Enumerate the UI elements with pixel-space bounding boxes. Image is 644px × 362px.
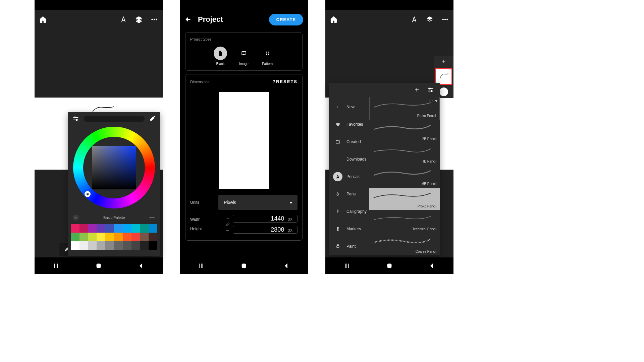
palette-swatch[interactable] xyxy=(123,241,131,250)
add-palette-button[interactable]: + xyxy=(73,215,79,221)
palette-swatch[interactable] xyxy=(123,224,131,233)
palette-swatch[interactable] xyxy=(123,233,131,241)
canvas-area[interactable] xyxy=(35,29,163,98)
palette-swatch[interactable] xyxy=(88,224,97,233)
palette-swatch[interactable] xyxy=(140,241,149,250)
brush-coarse-pencil[interactable]: Coarse Pencil xyxy=(369,233,440,255)
svg-rect-6 xyxy=(97,264,100,268)
background-layer[interactable] xyxy=(439,87,448,96)
palette-swatch[interactable] xyxy=(71,233,79,241)
project-type-blank[interactable]: Blank xyxy=(214,47,227,66)
add-layer-button[interactable]: + xyxy=(442,58,446,65)
palette-swatch[interactable] xyxy=(88,241,97,250)
palette-swatch[interactable] xyxy=(97,224,105,233)
back-icon[interactable] xyxy=(428,262,436,269)
recents-icon[interactable] xyxy=(52,262,60,269)
home-nav-icon[interactable] xyxy=(240,262,248,269)
wheel-cursor[interactable]: ✱ xyxy=(85,191,91,197)
chevron-down-icon: ▾ xyxy=(290,200,292,205)
palette-swatch[interactable] xyxy=(79,241,88,250)
brush-technical-pencil[interactable]: Technical Pencil xyxy=(369,210,440,233)
layers-icon[interactable] xyxy=(426,16,433,23)
palette-swatch[interactable] xyxy=(149,233,157,241)
precision-icon[interactable] xyxy=(120,16,127,23)
cat-paint[interactable]: Paint xyxy=(329,238,369,255)
palette-swatch[interactable] xyxy=(88,233,97,241)
palette-swatch[interactable] xyxy=(97,233,105,241)
palette-swatch[interactable] xyxy=(140,233,149,241)
home-nav-icon[interactable] xyxy=(386,262,393,269)
app-bar: Project CREATE xyxy=(180,10,308,29)
palette-swatch[interactable] xyxy=(140,224,149,233)
home-icon[interactable] xyxy=(39,16,47,23)
palette-swatch[interactable] xyxy=(105,241,114,250)
home-nav-icon[interactable] xyxy=(95,262,102,269)
more-icon[interactable] xyxy=(441,16,449,23)
cat-pencils[interactable]: Pencils xyxy=(329,168,369,185)
sliders-icon[interactable] xyxy=(72,115,79,122)
width-field[interactable]: 1440 px xyxy=(233,215,298,223)
add-brush-button[interactable]: + xyxy=(415,85,419,94)
more-icon[interactable] xyxy=(151,16,158,23)
presets-button[interactable]: PRESETS xyxy=(272,79,298,84)
brush-2b-pencil[interactable]: 2B Pencil xyxy=(369,120,440,142)
palette-swatch[interactable] xyxy=(131,241,140,250)
svg-point-14 xyxy=(268,52,269,53)
palette-swatch[interactable] xyxy=(149,224,157,233)
palette-swatch[interactable] xyxy=(71,224,79,233)
cat-favorites[interactable]: Favorites xyxy=(329,116,369,133)
palette-swatch[interactable] xyxy=(131,224,140,233)
palette-swatch[interactable] xyxy=(79,224,88,233)
layer-thumbnail[interactable]: 👁 xyxy=(435,68,452,85)
palette-swatch[interactable] xyxy=(114,241,123,250)
back-icon[interactable] xyxy=(138,262,145,269)
layers-icon[interactable] xyxy=(135,16,143,23)
color-square[interactable] xyxy=(92,146,136,189)
color-wheel[interactable]: ✱ xyxy=(73,127,155,208)
status-bar xyxy=(325,0,453,10)
eyedropper-icon[interactable] xyxy=(149,115,156,122)
status-bar xyxy=(180,0,308,10)
color-history-bar[interactable] xyxy=(84,116,145,122)
brush-proko-pencil-selected[interactable]: Proko Pencil xyxy=(369,188,440,210)
cat-calligraphy[interactable]: Calligraphy xyxy=(329,203,369,220)
visibility-icon[interactable]: 👁 xyxy=(449,68,451,71)
height-field[interactable]: 2808 px xyxy=(233,226,298,234)
project-type-pattern[interactable]: Pattern xyxy=(261,47,274,66)
link-dimensions-icon[interactable]: ⌐ ⌙ xyxy=(225,216,230,232)
units-select[interactable]: Pixels ▾ xyxy=(218,195,298,210)
palette-more-icon[interactable]: ••• xyxy=(149,216,155,220)
brush-proko-pencil[interactable]: ⋯♥ Proko Pencil xyxy=(369,97,440,120)
palette-swatch[interactable] xyxy=(105,224,114,233)
palette-swatch[interactable] xyxy=(105,233,114,241)
cat-new[interactable]: ＋New xyxy=(329,98,369,116)
android-nav xyxy=(35,257,163,274)
palette-swatch[interactable] xyxy=(71,241,79,250)
canvas-preview xyxy=(219,92,269,189)
svg-point-25 xyxy=(447,19,448,20)
cat-pens[interactable]: Pens xyxy=(329,185,369,203)
project-type-image[interactable]: Image xyxy=(237,47,251,66)
create-button[interactable]: CREATE xyxy=(269,14,303,25)
recents-icon[interactable] xyxy=(198,262,205,269)
cat-markers[interactable]: Markers xyxy=(329,220,369,238)
brush-settings-icon[interactable] xyxy=(427,86,434,94)
palette-swatch[interactable] xyxy=(131,233,140,241)
palette-swatch[interactable] xyxy=(149,241,157,250)
back-arrow-icon[interactable] xyxy=(184,16,192,23)
brush-6b-pencil[interactable]: 6B Pencil xyxy=(369,165,440,188)
home-icon[interactable] xyxy=(330,16,337,23)
palette-swatch[interactable] xyxy=(97,241,105,250)
brush-hb-pencil[interactable]: HB Pencil xyxy=(369,143,440,165)
palette-swatch[interactable] xyxy=(79,233,88,241)
brush-more-icon[interactable]: ⋯ xyxy=(429,99,433,103)
cat-created[interactable]: Created xyxy=(329,133,369,150)
svg-point-16 xyxy=(268,54,269,55)
recents-icon[interactable] xyxy=(343,262,351,269)
precision-icon[interactable] xyxy=(411,16,418,23)
palette-swatch[interactable] xyxy=(114,224,123,233)
cat-downloads[interactable]: Downloads xyxy=(329,150,369,168)
palette-swatch[interactable] xyxy=(114,233,123,241)
back-icon[interactable] xyxy=(283,262,290,269)
favorite-icon[interactable]: ♥ xyxy=(435,99,437,103)
